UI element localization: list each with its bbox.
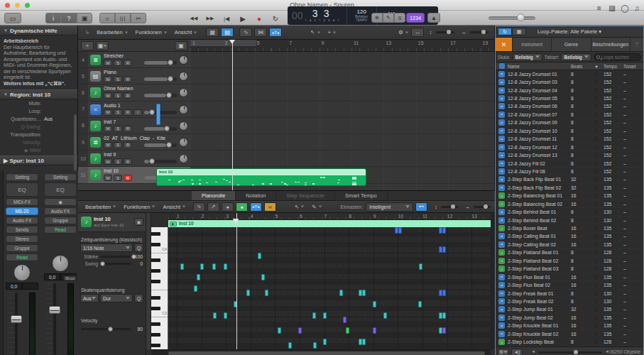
- swing-slider[interactable]: [100, 263, 131, 265]
- filter-genre-button[interactable]: Genre: [552, 38, 591, 51]
- automation-icon[interactable]: ∿: [239, 28, 252, 37]
- loop-preview-volume-slider[interactable]: [538, 351, 602, 354]
- add-region-button[interactable]: ▣+: [96, 41, 109, 50]
- track-inspector-header[interactable]: ▶ Spur: Inst 10: [0, 155, 77, 165]
- loop-row[interactable]: ≈ 2-Step Knuckle Beat 01 16 135 –: [496, 322, 643, 330]
- track-record-button[interactable]: R: [124, 109, 132, 116]
- loop-row[interactable]: ≈ 2-Step Flux Beat 02 16 135 –: [496, 281, 643, 289]
- bounce-button[interactable]: Bnce: [63, 275, 77, 281]
- track-solo-button[interactable]: S: [114, 92, 122, 99]
- loop-row[interactable]: ≈ 12-8 Jazzy Drumset 01 8 152 –: [496, 70, 643, 78]
- track-input-monitor-button[interactable]: I: [133, 109, 142, 116]
- midi-note[interactable]: [200, 263, 204, 270]
- track-mute-button[interactable]: M: [104, 158, 112, 165]
- volume-fader[interactable]: [9, 293, 36, 355]
- solo-mode-button[interactable]: S: [394, 13, 405, 23]
- loop-favorite-checkbox[interactable]: [596, 144, 597, 151]
- velocity-tool-icon[interactable]: ∿: [193, 202, 205, 212]
- channel-strip-slot[interactable]: Gruppe: [44, 217, 77, 224]
- loop-row[interactable]: ♪ 2-Step Lockstep Beat 8 128 –: [496, 338, 643, 346]
- loop-favorite-checkbox[interactable]: [596, 339, 597, 345]
- loop-row[interactable]: ♪ 2-Step Boxer Beat 16 135 –: [496, 224, 643, 232]
- loop-favorite-checkbox[interactable]: [596, 217, 597, 224]
- loop-row[interactable]: ≈ 12-8 Jazzy Drumset 07 8 152 –: [496, 111, 643, 119]
- playhead[interactable]: [232, 40, 233, 190]
- track-row[interactable]: 5 ▤ Piano M S R: [78, 68, 190, 84]
- loop-favorite-checkbox[interactable]: [596, 331, 597, 337]
- loop-table-header[interactable]: Name Beats ♥ Tempo Tonart: [496, 62, 643, 70]
- midi-note[interactable]: [418, 301, 422, 307]
- editor-menu-funktionen[interactable]: Funktionen: [124, 204, 155, 210]
- track-volume-slider[interactable]: [144, 77, 177, 81]
- loop-row[interactable]: ≈ 2-Step Behind Beat 01 8 130 –: [496, 208, 643, 216]
- loop-settings-gear-menu[interactable]: ⚙: [498, 349, 509, 355]
- track-record-button[interactable]: R: [124, 175, 132, 181]
- loop-favorite-checkbox[interactable]: [596, 71, 597, 77]
- midi-region-inst10[interactable]: Inst 10: [156, 168, 366, 186]
- midi-out-icon[interactable]: ●: [236, 202, 248, 212]
- editor-tab[interactable]: Notation: [236, 191, 276, 200]
- favorites-heart-icon[interactable]: ♡: [631, 38, 643, 51]
- loop-favorite-checkbox[interactable]: [596, 128, 597, 134]
- loop-row[interactable]: ≈ 2-Step Back Flip Beat 01 32 135 –: [496, 176, 643, 184]
- channel-strip-slot[interactable]: Audio FX: [6, 217, 38, 224]
- track-solo-button[interactable]: S: [114, 126, 122, 132]
- catch-playhead-icon[interactable]: ↳: [85, 29, 89, 36]
- loop-row[interactable]: ≈ 12-8 Jazzy Fill 02 8 152 –: [496, 160, 643, 168]
- region-play-icon[interactable]: ▶: [170, 222, 177, 226]
- midi-note[interactable]: [313, 342, 317, 349]
- loop-favorite-checkbox[interactable]: [596, 290, 597, 297]
- channel-strip-slot[interactable]: EQ: [6, 182, 38, 197]
- loop-favorite-checkbox[interactable]: [596, 192, 597, 199]
- track-volume-slider[interactable]: [144, 61, 177, 65]
- track-mute-button[interactable]: M: [104, 60, 112, 66]
- loop-row[interactable]: ≈ 2-Step Back Flip Beat 02 32 135 –: [496, 184, 643, 192]
- editor-pencil-tool[interactable]: ✎: [312, 204, 322, 210]
- track-volume-slider[interactable]: [144, 160, 177, 163]
- track-row[interactable]: 10 ♪ Inst 9 M S R: [78, 151, 190, 167]
- region-parameter-row[interactable]: ▶ Mehr: [0, 146, 77, 154]
- track-volume-slider[interactable]: [144, 94, 177, 97]
- midi-note[interactable]: [442, 246, 446, 253]
- midi-note[interactable]: [362, 339, 366, 345]
- midi-note[interactable]: [323, 339, 327, 345]
- pan-knob[interactable]: [13, 264, 31, 281]
- track-record-button[interactable]: R: [124, 92, 132, 99]
- drag-mode-icon[interactable]: ↔: [411, 28, 424, 37]
- track-mute-button[interactable]: M: [104, 76, 112, 82]
- volume-fader[interactable]: [47, 283, 74, 355]
- loop-row[interactable]: ≈ 12-8 Jazzy Drumset 10 8 152 –: [496, 127, 643, 135]
- editor-bar-ruler[interactable]: 12345678910111213: [168, 213, 491, 220]
- pointer-tool-menu[interactable]: ↖: [310, 29, 320, 36]
- cycle-button[interactable]: ↻: [268, 13, 283, 23]
- loop-row[interactable]: ≈ 2-Step Flux Beat 01 16 135 –: [496, 273, 643, 281]
- column-name[interactable]: Name: [508, 64, 571, 69]
- track-mute-button[interactable]: M: [104, 126, 112, 132]
- loop-row[interactable]: ≈ 2-Step Freak Beat 02 8 130 –: [496, 297, 643, 305]
- editor-tab[interactable]: Pianorolle: [192, 191, 236, 200]
- flex-icon[interactable]: ⋈: [254, 28, 267, 37]
- loop-favorite-checkbox[interactable]: [596, 298, 597, 305]
- forward-button[interactable]: ▶▶: [203, 13, 217, 23]
- loop-row[interactable]: ≈ 12-8 Jazzy Fill 08 8 152 –: [496, 168, 643, 175]
- loop-row[interactable]: ≈ 12-8 Jazzy Drumset 03 8 152 –: [496, 78, 643, 86]
- region-parameter-row[interactable]: Loop:: [0, 107, 77, 115]
- vertical-zoom-slider[interactable]: [436, 31, 454, 33]
- loop-row[interactable]: ≈ 2-Step Calling Beat 02 16 135 –: [496, 241, 643, 248]
- scale-mode-select[interactable]: Dur: [100, 294, 133, 302]
- track-pan-knob[interactable]: [179, 72, 188, 81]
- list-editors-icon[interactable]: ≡: [594, 3, 605, 13]
- loop-view-icon[interactable]: ↻: [498, 28, 512, 36]
- scale-apply-button[interactable]: Q: [134, 294, 143, 302]
- metronome-icon[interactable]: ▲: [427, 13, 440, 23]
- editor-tab[interactable]: Smart Tempo: [335, 191, 387, 200]
- master-volume-knob[interactable]: [517, 13, 525, 21]
- track-solo-button[interactable]: S: [114, 60, 122, 66]
- region-parameter-row[interactable]: Q-Swing:: [0, 123, 77, 131]
- master-volume-slider[interactable]: [489, 16, 535, 20]
- horizontal-zoom-slider[interactable]: [470, 31, 489, 33]
- loop-favorite-checkbox[interactable]: [596, 168, 597, 175]
- loop-favorite-checkbox[interactable]: [596, 315, 597, 321]
- channel-strip-slot[interactable]: EQ: [44, 182, 77, 197]
- track-row[interactable]: 7 ≈ Audio 1 M S R I: [78, 102, 190, 118]
